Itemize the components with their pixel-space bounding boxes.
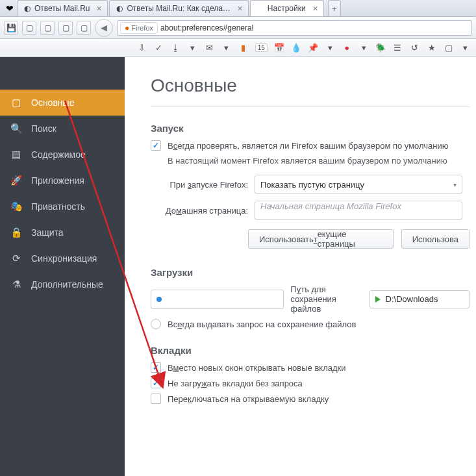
drop-icon[interactable]: 💧	[291, 43, 301, 53]
browser-toolbar: 💾 ▢ ▢ ▢ ▢ ◀ ● Firefox	[0, 17, 476, 39]
section-downloads-heading: Загрузки	[151, 267, 470, 278]
tab-close-icon[interactable]: ✕	[92, 5, 102, 13]
rocket-icon: 🚀	[10, 175, 22, 186]
toolbar-icon[interactable]: ↺	[410, 43, 420, 53]
advanced-icon: ⚗	[10, 279, 22, 290]
onstart-label: При запуске Firefox:	[151, 180, 248, 190]
radio-save-to[interactable]	[151, 290, 284, 309]
toolbar-icon[interactable]: ✓	[153, 43, 164, 53]
toolbar-icon[interactable]: ▾	[460, 43, 471, 53]
firefox-icon: ●	[125, 23, 129, 32]
section-startup-heading: Запуск	[151, 123, 470, 134]
sidebar-item-label: Приватность	[31, 201, 85, 212]
back-button[interactable]: ◀	[95, 19, 113, 37]
sidebar-item-label: Содержимое	[31, 149, 86, 160]
section-tabs-heading: Вкладки	[151, 345, 470, 356]
use-current-pages-button[interactable]: Использовать текущие страницы	[248, 229, 394, 249]
favicon-mailru: ◐	[23, 4, 32, 13]
toolbar-icon[interactable]: ☰	[392, 43, 403, 53]
sidebar-item-label: Дополнительные	[31, 279, 103, 290]
new-tab-button[interactable]: +	[328, 0, 341, 16]
url-input[interactable]	[160, 23, 469, 32]
onstart-select[interactable]: Показать пустую страницу ▾	[255, 175, 462, 194]
preferences-content: Основные Запуск Всегда проверять, являет…	[125, 57, 476, 476]
toolbar-icon[interactable]: ▾	[325, 43, 335, 53]
sidebar-item-search[interactable]: 🔍Поиск	[0, 116, 125, 142]
sidebar-item-general[interactable]: ▢Основные	[0, 90, 125, 116]
sidebar-item-applications[interactable]: 🚀Приложения	[0, 168, 125, 194]
bug-icon[interactable]: 🪲	[375, 43, 386, 53]
browser-tab-0[interactable]: ◐ Ответы Mail.Ru ✕	[17, 0, 108, 16]
homepage-label: Домашняя страница:	[151, 206, 248, 216]
radio-always-ask[interactable]	[151, 319, 161, 329]
toolbar-icon[interactable]: ▾	[221, 43, 231, 53]
counter-badge: 15	[255, 44, 268, 52]
sidebar-item-label: Синхронизация	[31, 253, 97, 264]
sidebar-item-label: Защита	[31, 227, 64, 238]
sidebar-item-security[interactable]: 🔒Защита	[0, 219, 125, 245]
toolbar-button[interactable]: ▢	[77, 21, 91, 35]
use-bookmark-button[interactable]: Использова	[401, 229, 470, 249]
favicon-settings	[256, 4, 265, 13]
addons-toolbar: ⇩ ✓ ⭳ ▾ ✉ ▾ ▮ 15 📅 💧 📌 ▾ ● ▾ 🪲 ☰ ↺ ★ ▢ ▾	[0, 39, 476, 57]
page-title: Основные	[151, 75, 470, 107]
app-icon: ❤	[3, 0, 17, 16]
toolbar-icon[interactable]: ★	[427, 43, 437, 53]
toolbar-button[interactable]: ▢	[40, 21, 55, 35]
general-icon: ▢	[10, 97, 22, 108]
browser-tab-1[interactable]: ◐ Ответы Mail.Ru: Как сдела… ✕	[109, 0, 248, 16]
record-icon[interactable]: ●	[342, 43, 352, 53]
tab-label: Ответы Mail.Ru	[34, 4, 90, 13]
identity-chip[interactable]: ● Firefox	[120, 22, 158, 34]
browser-tab-2[interactable]: Настройки ✕	[250, 0, 324, 16]
sync-icon: ⟳	[10, 253, 22, 264]
toolbar-icon[interactable]: ▾	[187, 43, 197, 53]
pin-icon[interactable]: 📌	[308, 43, 318, 53]
download-path: D:\Downloads	[386, 294, 438, 304]
preferences-sidebar: ▢Основные 🔍Поиск ▤Содержимое 🚀Приложения…	[0, 57, 125, 476]
tab-close-icon[interactable]: ✕	[308, 5, 318, 13]
checkbox-label: Не загружать вкладки без запроса	[168, 379, 303, 388]
toolbar-icon[interactable]: ▢	[444, 43, 454, 53]
sidebar-item-sync[interactable]: ⟳Синхронизация	[0, 245, 125, 271]
default-browser-status: В настоящий момент Firefox является ваши…	[168, 156, 470, 166]
toolbar-icon[interactable]: ▾	[358, 43, 369, 53]
toolbar-icon[interactable]: ⇩	[136, 43, 147, 53]
checkbox-label: Вместо новых окон открывать новые вкладк…	[168, 363, 346, 373]
toolbar-icon[interactable]: ⭳	[170, 43, 181, 53]
content-icon: ▤	[10, 149, 22, 160]
sidebar-item-label: Основные	[31, 97, 74, 108]
tab-label: Ответы Mail.Ru: Как сдела…	[127, 4, 230, 13]
favicon-mailru: ◐	[115, 4, 124, 13]
folder-play-icon	[375, 296, 381, 303]
lock-icon: 🔒	[10, 227, 22, 238]
tab-label: Настройки	[268, 4, 306, 13]
tab-close-icon[interactable]: ✕	[233, 5, 243, 13]
chevron-down-icon: ▾	[453, 181, 457, 188]
sidebar-item-content[interactable]: ▤Содержимое	[0, 142, 125, 168]
radio-label: Всегда выдавать запрос на сохранение фай…	[168, 319, 356, 329]
checkbox-default-browser[interactable]	[151, 140, 161, 151]
checkbox-dont-load[interactable]	[151, 378, 161, 388]
toolbar-icon[interactable]: ▮	[238, 43, 249, 53]
homepage-input[interactable]: Начальная страница Mozilla Firefox	[255, 201, 462, 220]
search-icon: 🔍	[10, 123, 22, 134]
sidebar-item-label: Приложения	[31, 175, 84, 186]
save-button[interactable]: 💾	[4, 21, 18, 35]
sidebar-item-label: Поиск	[31, 123, 56, 134]
download-path-input[interactable]: D:\Downloads	[370, 290, 470, 308]
address-bar[interactable]: ● Firefox	[117, 20, 472, 36]
identity-label: Firefox	[131, 24, 153, 32]
checkbox-switch-tab[interactable]	[151, 394, 161, 404]
toolbar-button[interactable]: ▢	[22, 21, 36, 35]
sidebar-item-advanced[interactable]: ⚗Дополнительные	[0, 271, 125, 297]
toolbar-icon[interactable]: 📅	[274, 43, 284, 53]
select-value: Показать пустую страницу	[260, 180, 364, 190]
mail-icon[interactable]: ✉	[204, 43, 214, 53]
checkbox-label: Всегда проверять, является ли Firefox ва…	[168, 141, 449, 151]
checkbox-open-tabs[interactable]	[151, 362, 161, 373]
sidebar-item-privacy[interactable]: 🎭Приватность	[0, 194, 125, 219]
toolbar-button[interactable]: ▢	[58, 21, 73, 35]
browser-tabstrip: ❤ ◐ Ответы Mail.Ru ✕ ◐ Ответы Mail.Ru: К…	[0, 0, 476, 17]
checkbox-label: Переключаться на открываемую вкладку	[168, 394, 329, 404]
